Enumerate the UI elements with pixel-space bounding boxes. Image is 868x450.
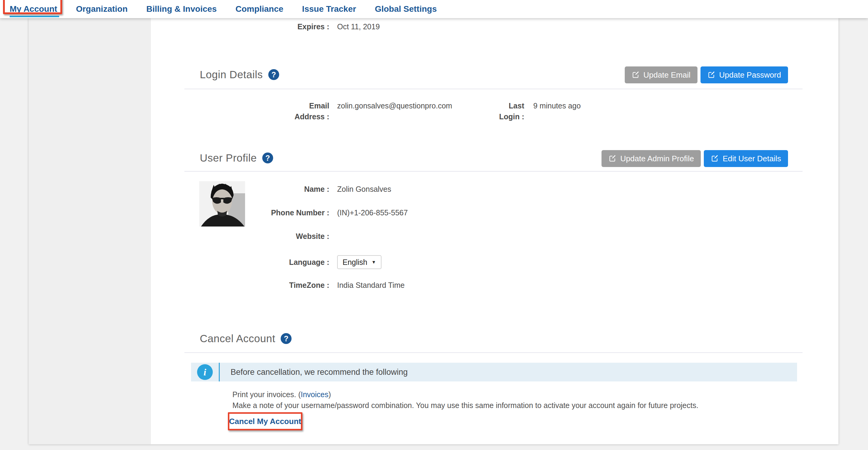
chevron-down-icon: ▼ xyxy=(372,257,376,268)
edit-icon xyxy=(707,71,715,79)
edit-user-details-button[interactable]: Edit User Details xyxy=(704,150,788,167)
update-email-label: Update Email xyxy=(644,70,690,80)
phone-label: Phone Number : xyxy=(184,207,329,218)
cancellation-notice-box: i Before cancellation, we recommend the … xyxy=(191,363,797,382)
user-profile-help-icon[interactable]: ? xyxy=(262,152,273,163)
language-row: Language : English ▼ xyxy=(184,255,381,269)
update-admin-profile-label: Update Admin Profile xyxy=(620,154,694,163)
user-profile-buttons: Update Admin Profile Edit User Details xyxy=(601,150,788,167)
name-value: Zolin Gonsalves xyxy=(337,184,391,194)
email-address-label: Email Address : xyxy=(184,100,329,122)
update-password-button[interactable]: Update Password xyxy=(701,66,788,83)
annotation-box-cancel-account: Cancel My Account xyxy=(228,412,302,430)
tab-issue-tracker[interactable]: Issue Tracker xyxy=(302,4,356,14)
timezone-label: TimeZone : xyxy=(184,280,329,291)
update-password-label: Update Password xyxy=(719,70,781,80)
account-settings-panel: Expires : Oct 11, 2019 Login Details ? U… xyxy=(29,18,838,444)
website-row: Website : xyxy=(184,231,337,242)
tab-my-account[interactable]: My Account xyxy=(10,4,57,14)
cancel-account-divider xyxy=(184,352,803,353)
last-login-row: Last Login : 9 minutes ago xyxy=(456,100,581,122)
user-profile-header: User Profile ? xyxy=(200,151,273,164)
left-sidebar-area xyxy=(29,18,151,444)
top-navigation: My Account Organization Billing & Invoic… xyxy=(0,0,868,18)
cancel-account-header: Cancel Account ? xyxy=(200,332,291,345)
login-details-buttons: Update Email Update Password xyxy=(625,66,788,83)
tab-global-settings[interactable]: Global Settings xyxy=(375,4,437,14)
username-password-note: Make a note of your username/password co… xyxy=(232,400,699,411)
last-login-value: 9 minutes ago xyxy=(533,100,581,122)
print-invoices-text-close: ) xyxy=(329,390,331,399)
email-address-value: zolin.gonsalves@questionpro.com xyxy=(337,100,452,122)
login-details-header: Login Details ? xyxy=(200,68,279,81)
update-admin-profile-button[interactable]: Update Admin Profile xyxy=(601,150,701,167)
phone-row: Phone Number : (IN)+1-206-855-5567 xyxy=(184,207,408,218)
website-label: Website : xyxy=(184,231,329,242)
notice-vertical-rule xyxy=(219,363,220,382)
expires-row: Expires : Oct 11, 2019 xyxy=(184,21,380,32)
print-invoices-text: Print your invoices. ( xyxy=(232,390,301,399)
expires-label: Expires : xyxy=(184,21,329,32)
edit-user-details-label: Edit User Details xyxy=(722,154,781,163)
expires-value: Oct 11, 2019 xyxy=(337,21,380,32)
notice-text: Before cancellation, we recommend the fo… xyxy=(230,363,408,382)
login-details-title: Login Details xyxy=(200,68,263,81)
edit-icon xyxy=(609,155,616,162)
tab-my-account-label: My Account xyxy=(10,4,57,13)
tab-organization[interactable]: Organization xyxy=(76,4,128,14)
cancel-account-title: Cancel Account xyxy=(200,332,275,344)
active-tab-underline xyxy=(10,16,59,17)
user-profile-divider xyxy=(184,171,803,172)
invoices-link[interactable]: Invoices xyxy=(301,390,329,399)
last-login-label: Last Login : xyxy=(456,100,524,122)
my-account-content: Expires : Oct 11, 2019 Login Details ? U… xyxy=(184,18,803,444)
phone-value: (IN)+1-206-855-5567 xyxy=(337,207,408,218)
login-details-help-icon[interactable]: ? xyxy=(268,69,279,80)
login-details-divider xyxy=(184,89,803,89)
cancel-account-help-icon[interactable]: ? xyxy=(281,333,291,344)
tab-billing-invoices[interactable]: Billing & Invoices xyxy=(146,4,217,14)
cancellation-instructions: Print your invoices. (Invoices) Make a n… xyxy=(232,389,699,411)
timezone-row: TimeZone : India Standard Time xyxy=(184,280,405,291)
language-label: Language : xyxy=(184,257,329,268)
edit-icon xyxy=(711,155,719,162)
cancel-my-account-link[interactable]: Cancel My Account xyxy=(229,417,301,426)
edit-icon xyxy=(632,71,640,79)
name-row: Name : Zolin Gonsalves xyxy=(184,184,391,194)
email-address-row: Email Address : zolin.gonsalves@question… xyxy=(184,100,452,122)
language-select[interactable]: English ▼ xyxy=(337,255,381,269)
print-invoices-line: Print your invoices. (Invoices) xyxy=(232,389,699,400)
tab-compliance[interactable]: Compliance xyxy=(236,4,283,14)
info-icon: i xyxy=(197,364,213,380)
user-profile-title: User Profile xyxy=(200,152,257,164)
name-label: Name : xyxy=(184,184,329,194)
language-selected-value: English xyxy=(343,257,367,268)
timezone-value: India Standard Time xyxy=(337,280,405,291)
update-email-button[interactable]: Update Email xyxy=(625,66,698,83)
